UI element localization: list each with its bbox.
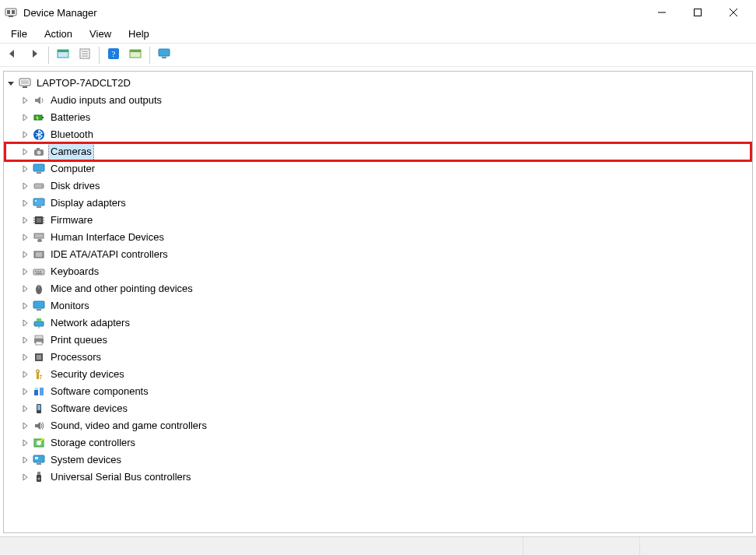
chevron-right-icon[interactable]	[19, 403, 30, 414]
tree-node[interactable]: Batteries	[5, 109, 751, 126]
toolbar-show-hidden-button[interactable]	[54, 46, 72, 65]
tree-node-label: Disk drives	[51, 180, 100, 191]
svg-rect-60	[37, 318, 41, 321]
tree-node[interactable]: Monitors	[5, 297, 751, 314]
tree-node[interactable]: Keyboards	[5, 263, 751, 280]
svg-rect-54	[36, 273, 42, 275]
toolbar: ?	[0, 44, 756, 67]
tree-node[interactable]: Human Interface Devices	[5, 229, 751, 246]
chevron-right-icon[interactable]	[19, 352, 30, 363]
menu-help[interactable]: Help	[121, 26, 157, 42]
svg-rect-58	[37, 309, 41, 311]
svg-rect-18	[159, 49, 170, 56]
mouse-icon	[32, 282, 46, 296]
svg-rect-24	[42, 117, 44, 118]
chevron-right-icon[interactable]	[19, 129, 30, 140]
chevron-right-icon[interactable]	[19, 249, 30, 260]
chevron-down-icon[interactable]	[5, 78, 16, 89]
svg-rect-52	[37, 271, 39, 272]
svg-rect-19	[162, 57, 166, 58]
chevron-right-icon[interactable]	[19, 300, 30, 311]
svg-point-69	[37, 371, 39, 372]
close-button[interactable]	[716, 0, 751, 25]
svg-rect-66	[37, 355, 41, 360]
svg-rect-70	[40, 375, 42, 377]
svg-rect-72	[34, 390, 38, 395]
menu-view[interactable]: View	[82, 26, 119, 42]
chevron-right-icon[interactable]	[19, 283, 30, 294]
tree-node[interactable]: Firmware	[5, 212, 751, 229]
chevron-right-icon[interactable]	[19, 146, 30, 157]
tree-node-label: Universal Serial Bus controllers	[51, 471, 191, 483]
tree-node-label: Security devices	[51, 368, 124, 380]
tree-node[interactable]: Sound, video and game controllers	[5, 417, 751, 434]
chevron-right-icon[interactable]	[19, 437, 30, 448]
svg-rect-30	[37, 172, 41, 174]
chevron-right-icon[interactable]	[19, 455, 30, 465]
toolbar-separator	[99, 47, 100, 64]
tree-node[interactable]: Universal Serial Bus controllers	[5, 469, 751, 486]
chevron-right-icon[interactable]	[19, 472, 30, 483]
maximize-button[interactable]	[680, 0, 716, 25]
chevron-right-icon[interactable]	[19, 318, 30, 328]
printer-icon	[32, 333, 46, 347]
toolbar-help-button[interactable]: ?	[104, 46, 123, 65]
svg-rect-81	[35, 457, 38, 459]
swdev-icon	[32, 402, 46, 416]
minimize-button[interactable]	[644, 0, 680, 25]
chevron-right-icon[interactable]	[19, 163, 30, 174]
tree-node[interactable]: Security devices	[5, 366, 751, 383]
tree-node[interactable]: Display adapters	[5, 195, 751, 212]
menu-file[interactable]: File	[3, 26, 35, 42]
chevron-right-icon[interactable]	[19, 386, 30, 397]
arrow-right-icon	[28, 47, 40, 62]
menu-action[interactable]: Action	[37, 26, 80, 42]
monitor-icon	[158, 47, 170, 62]
tree-node[interactable]: Print queues	[5, 332, 751, 349]
tree-node-label: Storage controllers	[51, 437, 135, 448]
device-tree[interactable]: LAPTOP-7ADCLT2DAudio inputs and outputsB…	[3, 71, 753, 533]
chevron-right-icon[interactable]	[19, 369, 30, 380]
chevron-right-icon[interactable]	[19, 335, 30, 346]
toolbar-properties-button[interactable]	[75, 46, 94, 65]
tree-node-label: Cameras	[51, 146, 92, 157]
svg-rect-21	[21, 80, 29, 84]
svg-rect-22	[23, 86, 27, 88]
svg-point-35	[35, 200, 37, 202]
chevron-right-icon[interactable]	[19, 181, 30, 191]
tree-node[interactable]: Disk drives	[5, 177, 751, 195]
titlebar: Device Manager	[0, 0, 756, 25]
svg-rect-5	[695, 9, 702, 16]
tree-node[interactable]: Computer	[5, 160, 751, 177]
toolbar-scan-button[interactable]	[155, 46, 173, 65]
svg-rect-45	[37, 239, 42, 242]
tree-node[interactable]: Processors	[5, 349, 751, 366]
chevron-right-icon[interactable]	[19, 266, 30, 277]
tree-node[interactable]: Software devices	[5, 400, 751, 417]
tree-node[interactable]: System devices	[5, 451, 751, 469]
tree-node[interactable]: Network adapters	[5, 314, 751, 332]
tree-node[interactable]: Audio inputs and outputs	[5, 92, 751, 109]
toolbar-back-button[interactable]	[3, 46, 22, 65]
tree-node[interactable]: LAPTOP-7ADCLT2D	[5, 75, 751, 92]
chevron-right-icon[interactable]	[19, 198, 30, 209]
tree-node[interactable]: IDE ATA/ATAPI controllers	[5, 246, 751, 263]
toolbar-refresh-button[interactable]	[126, 46, 145, 65]
chevron-right-icon[interactable]	[19, 112, 30, 123]
tree-node[interactable]: Software components	[5, 383, 751, 400]
usb-icon	[32, 470, 46, 484]
chevron-right-icon[interactable]	[19, 215, 30, 226]
tree-node-label: Batteries	[51, 111, 90, 123]
tree-panel: LAPTOP-7ADCLT2DAudio inputs and outputsB…	[0, 67, 756, 536]
tree-node-label: Computer	[51, 163, 95, 174]
tree-node[interactable]: Mice and other pointing devices	[5, 280, 751, 297]
toolbar-forward-button[interactable]	[25, 46, 44, 65]
chevron-right-icon[interactable]	[19, 420, 30, 431]
tree-node[interactable]: Bluetooth	[5, 126, 751, 143]
tree-node[interactable]: Cameras	[5, 143, 751, 160]
chevron-right-icon[interactable]	[19, 95, 30, 106]
chevron-right-icon[interactable]	[19, 232, 30, 243]
disk-icon	[32, 179, 46, 193]
svg-rect-64	[36, 342, 42, 345]
tree-node[interactable]: Storage controllers	[5, 434, 751, 451]
